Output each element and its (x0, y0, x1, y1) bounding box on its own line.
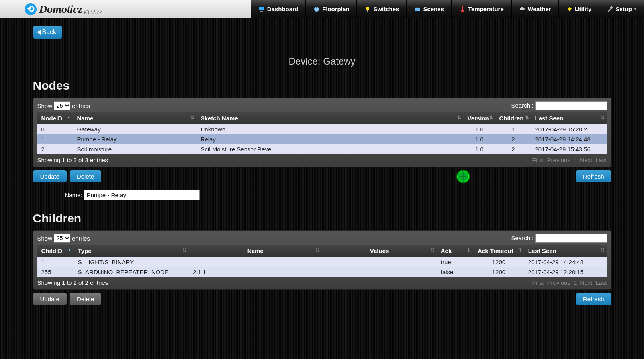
pager-page[interactable]: 1 (574, 279, 577, 286)
nav-weather[interactable]: Weather (511, 0, 559, 18)
col-type[interactable]: Type (74, 245, 189, 257)
pager-page[interactable]: 1 (574, 157, 577, 163)
nodes-info: Showing 1 to 3 of 3 entries (37, 157, 108, 163)
svg-line-13 (523, 11, 523, 12)
cloud-icon (519, 6, 525, 12)
table-row[interactable]: 1 Pumpe - Relay Relay 1.0 2 2017-04-29 1… (37, 134, 607, 144)
nodes-pager: First Previous 1 Next Last (532, 157, 607, 163)
nodes-search-input[interactable] (535, 101, 607, 110)
svg-line-12 (522, 11, 522, 12)
nav-scenes[interactable]: Scenes (407, 0, 452, 18)
children-update-button[interactable]: Update (33, 293, 67, 305)
children-table: ChildID Type Name Values Ack Ack Timeout… (37, 245, 607, 277)
col-children[interactable]: Children (495, 112, 531, 124)
svg-point-10 (520, 7, 525, 10)
bolt-icon (566, 6, 573, 12)
svg-rect-6 (415, 8, 420, 11)
pager-first[interactable]: First (532, 279, 544, 286)
scenes-icon (414, 6, 421, 12)
svg-point-9 (461, 10, 464, 12)
floorplan-icon (313, 6, 320, 12)
svg-rect-5 (367, 10, 368, 12)
col-name[interactable]: Name (189, 245, 322, 257)
nav-floorplan[interactable]: Floorplan (306, 0, 357, 18)
nav-label: Setup (615, 6, 632, 12)
nav-temperature[interactable]: Temperature (452, 0, 511, 18)
name-label: Name: (65, 192, 82, 198)
children-pager: First Previous 1 Next Last (532, 279, 607, 286)
table-row[interactable]: 1 S_LIGHT/S_BINARY true 1200 2017-04-29 … (37, 257, 607, 267)
entries-label: entries (72, 235, 90, 242)
back-button[interactable]: Back (33, 26, 63, 39)
back-label: Back (42, 29, 57, 36)
col-lastseen[interactable]: Last Seen (531, 112, 607, 124)
children-delete-button[interactable]: Delete (70, 293, 101, 305)
entries-label: entries (72, 102, 90, 109)
svg-rect-7 (415, 7, 420, 8)
col-lastseen[interactable]: Last Seen (524, 245, 607, 257)
brand: ⟲ Domoticz V3.5877 (25, 3, 102, 16)
nav-label: Scenes (423, 6, 444, 12)
bulb-icon (364, 6, 371, 12)
wrench-icon (607, 6, 613, 12)
pager-last[interactable]: Last (595, 157, 607, 163)
nav-utility[interactable]: Utility (559, 0, 599, 18)
nodes-pagesize-select[interactable]: 25 (54, 101, 70, 110)
col-ackto[interactable]: Ack Timeout (474, 245, 524, 257)
svg-rect-0 (259, 7, 264, 10)
brand-version: V3.5877 (83, 9, 102, 16)
table-row[interactable]: 2 Soil moisture Soil Moisture Sensor Rev… (37, 144, 607, 154)
nav-label: Temperature (468, 6, 504, 12)
nav-menu: Dashboard Floorplan Switches Scenes Temp… (251, 0, 644, 18)
col-nodeid[interactable]: NodeID (37, 112, 73, 124)
nav-label: Utility (575, 6, 592, 12)
show-label: Show (37, 235, 53, 242)
nodes-update-button[interactable]: Update (33, 170, 67, 182)
svg-point-4 (366, 7, 369, 10)
page-title: Device: Gatewy (33, 56, 611, 67)
name-input[interactable] (84, 190, 200, 200)
nodes-delete-button[interactable]: Delete (70, 170, 101, 182)
table-row[interactable]: 255 S_ARDUINO_REPEATER_NODE 2.1.1 false … (37, 267, 607, 277)
nav-dashboard[interactable]: Dashboard (251, 0, 306, 18)
children-pagesize-select[interactable]: 25 (54, 234, 70, 243)
col-sketch[interactable]: Sketch Name (197, 112, 464, 124)
topbar: ⟲ Domoticz V3.5877 Dashboard Floorplan S… (0, 0, 644, 18)
nodes-refresh-button[interactable]: Refresh (576, 170, 611, 182)
show-label: Show (37, 102, 53, 109)
pager-prev[interactable]: Previous (547, 157, 570, 163)
back-arrow-icon (37, 30, 41, 35)
svg-line-11 (521, 11, 521, 12)
nodes-table-box: Show 25 entries Search : NodeID Name Ske… (33, 98, 611, 167)
children-table-box: Show 25 entries Search : ChildID Type Na… (33, 230, 611, 290)
nav-label: Dashboard (267, 6, 298, 12)
name-edit-row: Name: (65, 190, 611, 200)
pager-first[interactable]: First (532, 157, 544, 163)
nav-switches[interactable]: Switches (357, 0, 407, 18)
children-info: Showing 1 to 2 of 2 entries (37, 279, 108, 286)
svg-point-15 (610, 6, 613, 9)
svg-rect-1 (260, 11, 263, 12)
nodes-table: NodeID Name Sketch Name Version Children… (37, 112, 607, 154)
col-version[interactable]: Version (464, 112, 495, 124)
search-label: Search : (511, 235, 533, 241)
col-values[interactable]: Values (322, 245, 437, 257)
brand-name: Domoticz (39, 3, 82, 16)
col-ack[interactable]: Ack (437, 245, 474, 257)
pager-last[interactable]: Last (595, 279, 607, 286)
nodes-heading: Nodes (33, 79, 611, 94)
search-label: Search : (511, 102, 533, 109)
pager-next[interactable]: Next (580, 279, 592, 286)
children-heading: Children (33, 212, 611, 227)
col-childid[interactable]: ChildID (37, 245, 74, 257)
nav-label: Weather (528, 6, 551, 12)
nav-label: Switches (373, 6, 399, 12)
children-refresh-button[interactable]: Refresh (576, 293, 611, 305)
col-name[interactable]: Name (73, 112, 197, 124)
children-search-input[interactable] (535, 234, 607, 243)
table-row[interactable]: 0 Gateway Unknown 1.0 1 2017-04-29 15:28… (37, 124, 607, 135)
nav-setup[interactable]: Setup ▾ (599, 0, 644, 18)
pager-prev[interactable]: Previous (547, 279, 570, 286)
pager-next[interactable]: Next (580, 157, 592, 163)
chevron-down-icon: ▾ (634, 7, 636, 11)
